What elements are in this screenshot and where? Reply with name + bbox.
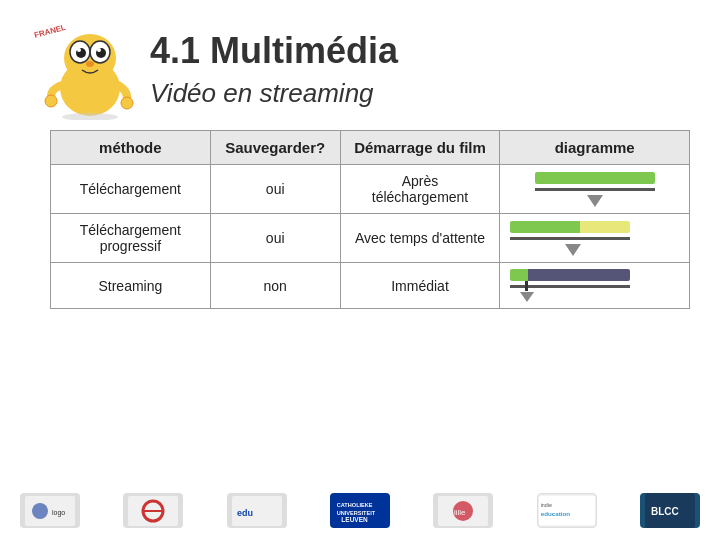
svg-text:indie: indie: [540, 502, 551, 508]
svg-point-13: [121, 97, 133, 109]
method-2: Téléchargement progressif: [51, 214, 211, 263]
start-3: Immédiat: [340, 263, 500, 309]
save-1: oui: [210, 165, 340, 214]
svg-point-16: [32, 503, 48, 519]
svg-text:CATHOLIEKE: CATHOLIEKE: [337, 502, 373, 508]
svg-text:FRANEL: FRANEL: [33, 23, 67, 40]
arrow-down-icon: [520, 292, 534, 302]
save-3: non: [210, 263, 340, 309]
footer: logo edu CATHOLIEKE UNIVERSITEIT LEU: [20, 493, 700, 528]
footer-logo-blcc: BLCC: [640, 493, 700, 528]
full-bar: [535, 172, 655, 184]
table-row: Téléchargement oui Après téléchargement: [51, 165, 690, 214]
diag-2: [500, 214, 690, 263]
header-start: Démarrage du film: [340, 131, 500, 165]
base-line: [510, 285, 630, 288]
yellow-bar: [580, 221, 630, 233]
header: FRANEL: [30, 20, 690, 120]
start-2: Avec temps d'attente: [340, 214, 500, 263]
svg-point-14: [62, 113, 118, 120]
diag-1: [500, 165, 690, 214]
header-method: méthode: [51, 131, 211, 165]
footer-logo-3: edu: [227, 493, 287, 528]
dark-bar: [528, 269, 630, 281]
arrow-down-icon: [565, 244, 581, 256]
svg-text:education: education: [540, 510, 570, 517]
svg-text:BLCC: BLCC: [651, 506, 679, 517]
footer-logo-2: [123, 493, 183, 528]
svg-point-12: [45, 95, 57, 107]
base-line: [535, 188, 655, 191]
svg-text:lille: lille: [454, 508, 466, 517]
svg-text:logo: logo: [52, 509, 65, 517]
svg-text:LEUVEN: LEUVEN: [341, 516, 368, 523]
table-row: Streaming non Immédiat: [51, 263, 690, 309]
diagram-progressive: [510, 221, 679, 256]
footer-logo-indie: indie education: [537, 493, 597, 528]
tick-mark: [525, 281, 528, 291]
footer-logo-5: lille: [433, 493, 493, 528]
svg-point-11: [86, 61, 94, 67]
footer-logo-1: logo: [20, 493, 80, 528]
sub-title: Vidéo en streaming: [150, 78, 690, 109]
svg-point-10: [97, 48, 101, 52]
bar-row: [510, 269, 630, 281]
svg-text:UNIVERSITEIT: UNIVERSITEIT: [337, 510, 376, 516]
small-green-bar: [510, 269, 528, 281]
diag-3: [500, 263, 690, 309]
table-container: méthode Sauvegarder? Démarrage du film d…: [50, 130, 690, 309]
table-row: Téléchargement progressif oui Avec temps…: [51, 214, 690, 263]
diagram-download: [510, 172, 679, 207]
header-save: Sauvegarder?: [210, 131, 340, 165]
tick-container: [510, 285, 630, 288]
base-line: [510, 237, 630, 240]
green-bar: [510, 221, 580, 233]
footer-logo-leuven: CATHOLIEKE UNIVERSITEIT LEUVEN: [330, 493, 390, 528]
comparison-table: méthode Sauvegarder? Démarrage du film d…: [50, 130, 690, 309]
page: FRANEL: [0, 0, 720, 540]
main-title: 4.1 Multimédia: [150, 30, 690, 72]
start-1: Après téléchargement: [340, 165, 500, 214]
method-1: Téléchargement: [51, 165, 211, 214]
method-3: Streaming: [51, 263, 211, 309]
svg-text:edu: edu: [237, 508, 253, 518]
header-diag: diagramme: [500, 131, 690, 165]
svg-point-9: [77, 48, 81, 52]
bar-row: [510, 221, 630, 233]
title-area: 4.1 Multimédia Vidéo en streaming: [140, 20, 690, 109]
arrow-down-icon: [587, 195, 603, 207]
mascot: FRANEL: [30, 20, 140, 120]
save-2: oui: [210, 214, 340, 263]
diagram-streaming: [510, 269, 679, 302]
